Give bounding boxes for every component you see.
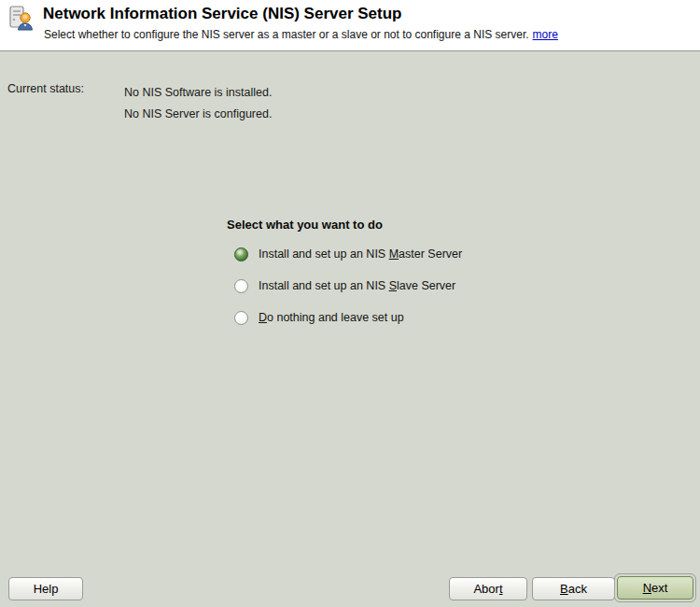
- status-line-server: No NIS Server is configured.: [124, 107, 272, 120]
- radio-option-label: Do nothing and leave set up: [259, 311, 404, 324]
- abort-button[interactable]: Abort: [449, 577, 527, 600]
- next-button-focus-frame: Next: [614, 573, 696, 602]
- page-title: Network Information Service (NIS) Server…: [43, 5, 402, 23]
- radio-button-icon[interactable]: [234, 279, 248, 293]
- current-status-label: Current status:: [7, 82, 84, 95]
- radio-option-slave-server[interactable]: Install and set up an NIS Slave Server: [234, 278, 455, 293]
- radio-button-icon[interactable]: [234, 247, 248, 261]
- page-subtitle: Select whether to configure the NIS serv…: [44, 28, 558, 41]
- radio-option-label: Install and set up an NIS Slave Server: [259, 279, 455, 292]
- page-subtitle-text: Select whether to configure the NIS serv…: [44, 28, 529, 41]
- help-button[interactable]: Help: [8, 577, 83, 600]
- wizard-header: Network Information Service (NIS) Server…: [0, 0, 700, 51]
- more-link[interactable]: more: [533, 28, 558, 41]
- next-button[interactable]: Next: [617, 576, 693, 600]
- radio-option-do-nothing[interactable]: Do nothing and leave set up: [234, 310, 404, 325]
- radio-button-icon[interactable]: [234, 311, 248, 325]
- back-button[interactable]: Back: [532, 577, 615, 600]
- radio-option-label: Install and set up an NIS Master Server: [259, 247, 462, 261]
- status-line-software: No NIS Software is installed.: [124, 86, 272, 99]
- nis-server-icon: [7, 5, 35, 33]
- nis-setup-dialog: Network Information Service (NIS) Server…: [0, 0, 700, 607]
- radio-option-master-server[interactable]: Install and set up an NIS Master Server: [234, 247, 462, 261]
- selection-heading: Select what you want to do: [227, 218, 383, 232]
